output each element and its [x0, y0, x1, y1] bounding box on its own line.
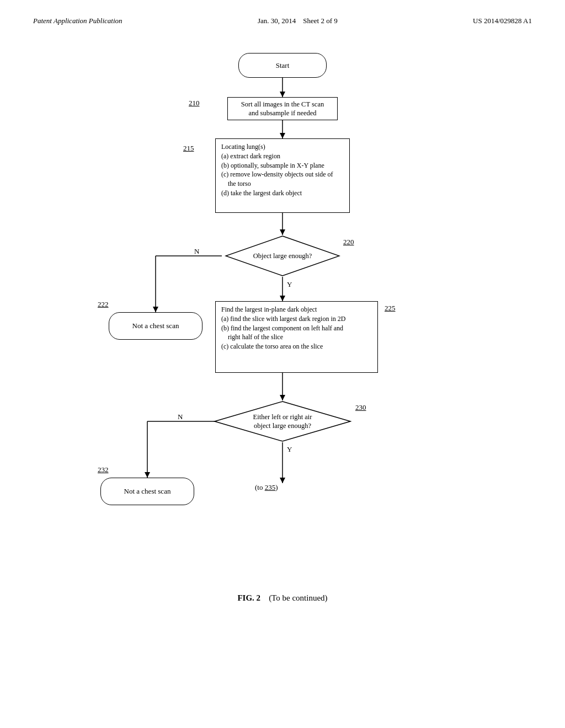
- to-235-text: (to 235): [255, 483, 278, 492]
- ref-220: 220: [343, 238, 354, 247]
- svg-marker-1: [280, 92, 285, 97]
- header-date: Jan. 30, 2014: [258, 17, 296, 25]
- page: Patent Application Publication Jan. 30, …: [0, 0, 565, 728]
- box-225: Find the largest in-plane dark object (a…: [215, 301, 378, 373]
- diamond-220: Object large enough?: [225, 235, 340, 277]
- header-right: US 2014/029828 A1: [473, 17, 532, 25]
- ref-222: 222: [98, 300, 109, 309]
- fig-caption: FIG. 2 (To be continued): [237, 593, 327, 603]
- box-215: Locating lung(s) (a) extract dark region…: [215, 138, 350, 213]
- fig-label: FIG. 2: [237, 593, 260, 602]
- ref-215: 215: [183, 144, 194, 153]
- y-label-220: Y: [287, 280, 292, 289]
- svg-marker-3: [280, 133, 285, 138]
- svg-marker-10: [280, 296, 285, 301]
- svg-marker-5: [280, 229, 285, 235]
- ref-230: 230: [355, 403, 366, 412]
- box-232: Not a chest scan: [100, 478, 194, 505]
- diamond-230-text: Either left or right airobject large eno…: [253, 413, 312, 431]
- header-sheet: Sheet 2 of 9: [303, 17, 337, 25]
- svg-marker-17: [280, 478, 285, 483]
- ref-225: 225: [385, 304, 396, 313]
- start-node: Start: [238, 53, 327, 78]
- svg-marker-8: [153, 307, 158, 312]
- n-label-230: N: [178, 413, 183, 421]
- diamond-220-text: Object large enough?: [253, 251, 312, 260]
- box-222: Not a chest scan: [109, 312, 202, 340]
- to-235-node: (to 235): [255, 483, 278, 492]
- y-label-230: Y: [287, 445, 292, 454]
- box-222-text: Not a chest scan: [132, 321, 179, 331]
- diagram-area: Start 210 Sort all images in the CT scan…: [33, 42, 532, 603]
- header-center: Jan. 30, 2014 Sheet 2 of 9: [258, 17, 338, 25]
- ref-210: 210: [189, 99, 200, 108]
- box-232-text: Not a chest scan: [124, 486, 171, 496]
- n-label-220: N: [194, 247, 199, 256]
- flowchart: Start 210 Sort all images in the CT scan…: [67, 42, 498, 582]
- header-left: Patent Application Publication: [33, 17, 122, 25]
- svg-marker-15: [145, 472, 150, 478]
- box-225-text: Find the largest in-plane dark object (a…: [221, 305, 345, 351]
- svg-marker-12: [280, 395, 285, 400]
- ref-232: 232: [98, 465, 109, 474]
- box-215-text: Locating lung(s) (a) extract dark region…: [221, 142, 333, 198]
- fig-note: (To be continued): [269, 593, 327, 602]
- box-210-text: Sort all images in the CT scanand subsam…: [241, 100, 324, 118]
- box-210: Sort all images in the CT scanand subsam…: [227, 97, 338, 120]
- page-header: Patent Application Publication Jan. 30, …: [33, 17, 532, 25]
- diamond-230: Either left or right airobject large eno…: [214, 400, 351, 442]
